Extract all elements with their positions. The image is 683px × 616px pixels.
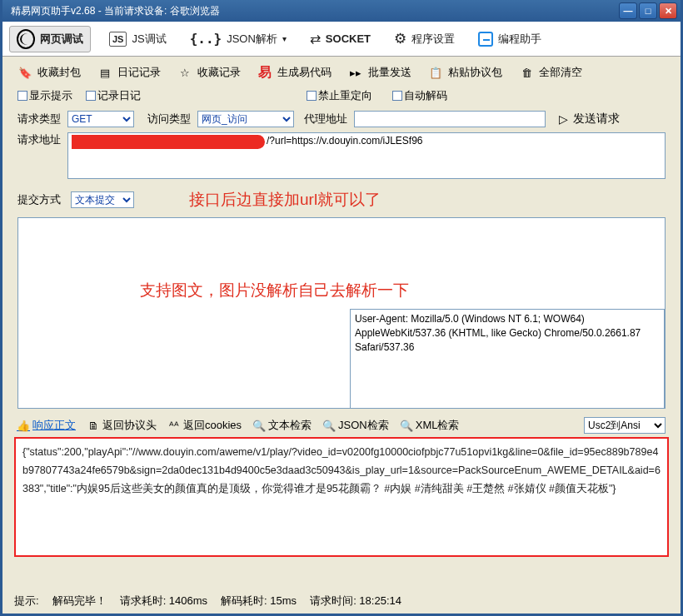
tab-xml-search[interactable]: 🔍XML检索 xyxy=(401,418,460,433)
js-icon: JS xyxy=(109,32,127,47)
thumb-icon: 👍 xyxy=(17,420,29,431)
tb-batch[interactable]: ▸▸批量发送 xyxy=(348,65,411,80)
tab-json-search[interactable]: 🔍JSON检索 xyxy=(323,418,389,433)
request-config-row: 请求类型 GET 访问类型 网页_访问 代理地址 ▷ 发送请求 xyxy=(2,108,681,130)
tb-diary[interactable]: ▤日记记录 xyxy=(97,65,161,80)
send-request-button[interactable]: ▷ 发送请求 xyxy=(559,112,620,127)
nav-settings[interactable]: ⚙ 程序设置 xyxy=(389,27,460,51)
checkbox-icon xyxy=(17,91,27,101)
dropdown-icon: ▾ xyxy=(282,34,287,43)
titlebar: 精易网页助手v2.68 - 当前请求设备: 谷歌浏览器 — □ ✕ xyxy=(2,0,681,22)
secondary-toolbar: 🔖收藏封包 ▤日记记录 ☆收藏记录 易生成易代码 ▸▸批量发送 📋粘贴协议包 🗑… xyxy=(2,57,681,87)
url-row: 请求地址 /?url=https://v.douyin.com/iJLESf96 xyxy=(2,130,681,179)
nav-label: 网页调试 xyxy=(40,32,83,47)
submit-row: 提交方式 文本提交 接口后边直接加url就可以了 xyxy=(2,179,681,214)
assist-icon xyxy=(478,32,493,47)
titlebar-text: 精易网页助手v2.68 - 当前请求设备: 谷歌浏览器 xyxy=(6,4,617,18)
opt-log-diary[interactable]: 记录日记 xyxy=(86,88,141,103)
req-url-label: 请求地址 xyxy=(17,132,61,147)
nav-label: 程序设置 xyxy=(411,32,455,47)
send-label: 发送请求 xyxy=(573,112,620,127)
doc-icon: 🗎 xyxy=(87,420,99,431)
response-tabs: 👍响应正文 🗎返回协议头 ᴬᴬ返回cookies 🔍文本检索 🔍JSON检索 🔍… xyxy=(2,409,681,435)
proxy-label: 代理地址 xyxy=(304,112,347,127)
tab-text-search[interactable]: 🔍文本检索 xyxy=(253,418,312,433)
nav-js-debug[interactable]: JS JS调试 xyxy=(104,28,172,50)
bookmark-icon: 🔖 xyxy=(17,65,32,80)
nav-label: 编程助手 xyxy=(498,32,541,47)
batch-icon: ▸▸ xyxy=(348,65,363,80)
star-icon: ☆ xyxy=(177,65,192,80)
nav-assist[interactable]: 编程助手 xyxy=(473,28,546,50)
access-type-select[interactable]: 网页_访问 xyxy=(197,111,294,127)
opt-show-hint[interactable]: 显示提示 xyxy=(17,88,72,103)
nav-json-parse[interactable]: {..} JSON解析 ▾ xyxy=(185,27,292,50)
tab-response-headers[interactable]: 🗎返回协议头 xyxy=(87,418,157,433)
response-body-panel[interactable]: {"status":200,"playApi":"//www.douyin.co… xyxy=(14,437,669,557)
braces-icon: {..} xyxy=(190,31,222,47)
socket-icon: ⇄ xyxy=(310,31,321,47)
submit-mode-label: 提交方式 xyxy=(17,192,61,207)
search-icon: 🔍 xyxy=(323,420,335,431)
tb-label: 收藏记录 xyxy=(197,65,241,80)
encoding-select[interactable]: Usc2到Ansi xyxy=(584,417,666,434)
annotation-2: 支持图文，图片没解析自己去解析一下 xyxy=(140,280,409,301)
access-type-label: 访问类型 xyxy=(147,112,191,127)
nav-label: SOCKET xyxy=(326,32,371,45)
checkbox-icon xyxy=(307,91,317,101)
nav-label: JSON解析 xyxy=(227,32,277,47)
globe-icon xyxy=(17,30,35,48)
tb-paste[interactable]: 📋粘贴协议包 xyxy=(428,65,502,80)
search-icon: 🔍 xyxy=(253,420,265,431)
tb-label: 生成易代码 xyxy=(277,65,332,80)
gear-icon: ⚙ xyxy=(394,30,406,47)
status-dec-time: 解码耗时: 15ms xyxy=(221,594,297,609)
tb-generate[interactable]: 易生成易代码 xyxy=(257,65,332,80)
list-icon: ▤ xyxy=(97,65,112,80)
tb-favrec[interactable]: ☆收藏记录 xyxy=(177,65,241,80)
yi-icon: 易 xyxy=(257,65,272,80)
url-text: /?url=https://v.douyin.com/iJLESf96 xyxy=(265,135,423,176)
checkbox-icon xyxy=(86,91,96,101)
tb-clear[interactable]: 🗑全部清空 xyxy=(519,65,582,80)
nav-socket[interactable]: ⇄ SOCKET xyxy=(305,27,376,50)
main-nav: 网页调试 JS JS调试 {..} JSON解析 ▾ ⇄ SOCKET ⚙ 程序… xyxy=(2,22,681,57)
close-button[interactable]: ✕ xyxy=(659,2,677,19)
user-agent-box[interactable]: User-Agent: Mozilla/5.0 (Windows NT 6.1;… xyxy=(350,309,665,409)
annotation-1: 接口后边直接加url就可以了 xyxy=(189,189,381,211)
maximize-button[interactable]: □ xyxy=(639,2,657,19)
tb-favorite[interactable]: 🔖收藏封包 xyxy=(17,65,81,80)
play-icon: ▷ xyxy=(559,112,568,126)
opt-no-redirect[interactable]: 禁止重定向 xyxy=(307,88,372,103)
status-clock: 请求时间: 18:25:14 xyxy=(310,594,401,609)
checkbox-icon xyxy=(392,91,402,101)
tab-response-cookies[interactable]: ᴬᴬ返回cookies xyxy=(168,418,242,433)
tab-response-body[interactable]: 👍响应正文 xyxy=(17,418,76,433)
url-input[interactable]: /?url=https://v.douyin.com/iJLESf96 xyxy=(67,132,666,179)
key-icon: ᴬᴬ xyxy=(168,420,180,431)
status-decode: 解码完毕！ xyxy=(52,594,107,609)
trash-icon: 🗑 xyxy=(519,65,534,80)
req-type-select[interactable]: GET xyxy=(67,111,134,127)
proxy-input[interactable] xyxy=(354,111,546,127)
req-type-label: 请求类型 xyxy=(17,112,61,127)
opt-auto-decode[interactable]: 自动解码 xyxy=(392,88,447,103)
tb-label: 收藏封包 xyxy=(37,65,81,80)
paste-icon: 📋 xyxy=(428,65,443,80)
options-row: 显示提示 记录日记 禁止重定向 自动解码 xyxy=(2,87,681,108)
status-hint: 提示: xyxy=(14,594,39,609)
nav-web-debug[interactable]: 网页调试 xyxy=(9,26,91,52)
tb-label: 粘贴协议包 xyxy=(448,65,502,80)
minimize-button[interactable]: — xyxy=(619,2,637,19)
tb-label: 全部清空 xyxy=(539,65,582,80)
redacted-block xyxy=(72,135,265,149)
submit-mode-select[interactable]: 文本提交 xyxy=(71,191,134,208)
status-req-time: 请求耗时: 1406ms xyxy=(120,594,207,609)
statusbar: 提示: 解码完毕！ 请求耗时: 1406ms 解码耗时: 15ms 请求时间: … xyxy=(6,592,677,610)
body-panel[interactable]: 支持图文，图片没解析自己去解析一下 User-Agent: Mozilla/5.… xyxy=(17,217,666,409)
nav-label: JS调试 xyxy=(132,32,166,47)
tb-label: 日记记录 xyxy=(117,65,161,80)
search-icon: 🔍 xyxy=(401,420,412,431)
tb-label: 批量发送 xyxy=(368,65,411,80)
